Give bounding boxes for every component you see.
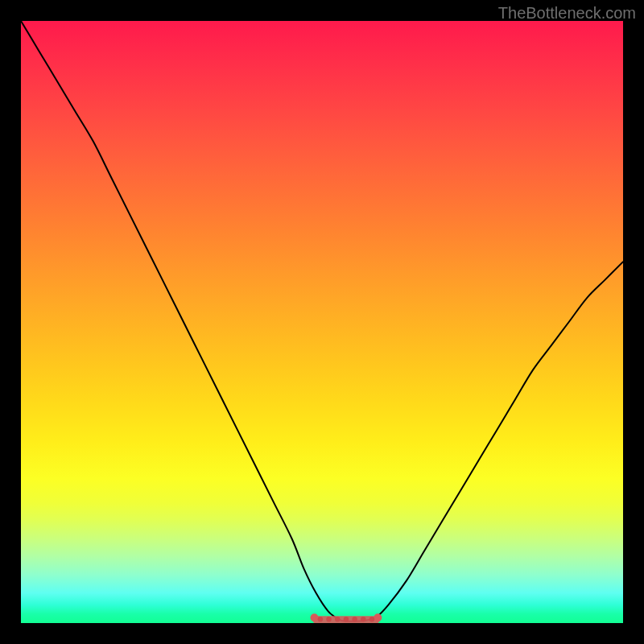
flat-region-dot [361, 617, 365, 621]
flat-region-dot [352, 617, 357, 621]
flat-region-dot [369, 617, 374, 621]
flat-region-dot [318, 617, 323, 621]
chart-svg [21, 21, 623, 623]
watermark-text: TheBottleneck.com [498, 4, 636, 23]
bottleneck-curve [21, 21, 623, 621]
flat-region-dot [335, 617, 340, 621]
flat-region-dot [344, 617, 349, 621]
outer-frame: TheBottleneck.com [0, 0, 644, 644]
flat-region-cap-left [311, 613, 319, 621]
flat-region-dot [326, 617, 331, 621]
flat-region-marker [311, 613, 382, 623]
plot-area [21, 21, 623, 623]
flat-region-cap-right [374, 613, 382, 621]
